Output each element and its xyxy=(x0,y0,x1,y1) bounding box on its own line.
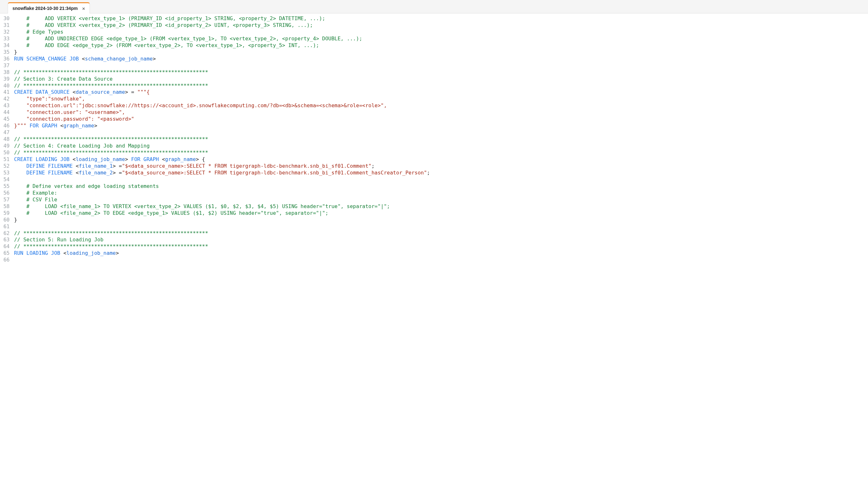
line-number: 61 xyxy=(0,224,10,230)
code-line[interactable]: RUN LOADING JOB <loading_job_name> xyxy=(14,250,868,257)
code-line[interactable]: CREATE DATA_SOURCE <data_source_name> = … xyxy=(14,89,868,96)
token-cmt: // *************************************… xyxy=(14,230,208,236)
line-number: 48 xyxy=(0,136,10,143)
token-plain xyxy=(14,183,26,189)
line-number: 51 xyxy=(0,156,10,163)
code-line[interactable] xyxy=(14,224,868,230)
line-number: 34 xyxy=(0,42,10,49)
token-plain xyxy=(14,22,26,28)
code-line[interactable]: // Section 4: Create Loading Job and Map… xyxy=(14,143,868,149)
code-line[interactable]: "connection.url":"jdbc:snowflake://https… xyxy=(14,102,868,109)
token-plain: < xyxy=(60,250,67,256)
code-line[interactable] xyxy=(14,257,868,263)
token-cmt: // Section 3: Create Data Source xyxy=(14,76,113,82)
tab-active[interactable]: snowflake 2024-10-30 21:34pm × xyxy=(8,2,90,13)
code-line[interactable]: # LOAD <file_name_1> TO VERTEX <vertex_t… xyxy=(14,203,868,210)
token-str: """{ xyxy=(137,89,150,95)
token-ident: file_name_2 xyxy=(79,170,113,176)
token-cmt: # ADD VERTEX <vertex_type_2> (PRIMARY_ID… xyxy=(26,22,313,28)
token-cmt: # LOAD <file_name_1> TO VERTEX <vertex_t… xyxy=(26,203,390,209)
token-plain: < xyxy=(73,163,79,169)
token-kw: RUN SCHEMA_CHANGE JOB xyxy=(14,56,79,62)
code-line[interactable]: # Define vertex and edge loading stateme… xyxy=(14,183,868,190)
token-plain xyxy=(14,96,26,102)
line-number: 47 xyxy=(0,129,10,136)
token-plain: > = xyxy=(113,170,122,176)
token-cmt: // Section 5: Run Loading Job xyxy=(14,237,103,243)
token-str: "connection.url":"jdbc:snowflake://https… xyxy=(26,102,387,109)
code-line[interactable]: }""" FOR GRAPH <graph_name> xyxy=(14,123,868,129)
line-number: 53 xyxy=(0,170,10,177)
tab-bar: snowflake 2024-10-30 21:34pm × xyxy=(0,0,868,13)
line-number: 44 xyxy=(0,109,10,116)
token-str: "connection.user": "<username>", xyxy=(26,109,125,115)
code-line[interactable]: } xyxy=(14,49,868,56)
code-line[interactable]: // *************************************… xyxy=(14,243,868,250)
token-cmt: // *************************************… xyxy=(14,69,208,75)
code-line[interactable]: DEFINE FILENAME <file_name_2> ="$<data_s… xyxy=(14,170,868,177)
line-number: 39 xyxy=(0,76,10,82)
token-str: "$<data_source_name>:SELECT * FROM tiger… xyxy=(122,170,427,176)
token-kw: FOR GRAPH xyxy=(30,123,57,129)
code-editor[interactable]: 3031323334353637383940414243444546474849… xyxy=(0,13,868,263)
token-plain: < xyxy=(57,123,63,129)
code-line[interactable]: # ADD VERTEX <vertex_type_2> (PRIMARY_ID… xyxy=(14,22,868,29)
code-content[interactable]: # ADD VERTEX <vertex_type_1> (PRIMARY_ID… xyxy=(14,15,868,263)
token-cmt: // *************************************… xyxy=(14,82,208,89)
token-plain: } xyxy=(14,217,17,223)
line-number: 56 xyxy=(0,190,10,196)
code-line[interactable] xyxy=(14,129,868,136)
token-plain xyxy=(14,210,26,216)
line-number: 54 xyxy=(0,177,10,183)
line-number: 31 xyxy=(0,22,10,29)
token-str: "connection.password": "<password>" xyxy=(26,116,134,122)
code-line[interactable]: // Section 5: Run Loading Job xyxy=(14,237,868,243)
token-str: "type":"snowflake", xyxy=(26,96,85,102)
code-line[interactable]: # ADD VERTEX <vertex_type_1> (PRIMARY_ID… xyxy=(14,15,868,22)
line-number: 45 xyxy=(0,116,10,123)
token-cmt: # CSV File xyxy=(26,196,57,203)
token-plain xyxy=(14,35,26,42)
code-line[interactable]: // Section 3: Create Data Source xyxy=(14,76,868,82)
code-line[interactable]: // *************************************… xyxy=(14,136,868,143)
code-line[interactable] xyxy=(14,62,868,69)
code-line[interactable]: # Edge Types xyxy=(14,29,868,35)
code-line[interactable]: CREATE LOADING JOB <loading_job_name> FO… xyxy=(14,156,868,163)
token-kw: DEFINE FILENAME xyxy=(26,170,73,176)
code-line[interactable]: // *************************************… xyxy=(14,230,868,237)
close-icon[interactable]: × xyxy=(82,6,85,11)
code-line[interactable]: # ADD EDGE <edge_type_2> (FROM <vertex_t… xyxy=(14,42,868,49)
code-line[interactable]: // *************************************… xyxy=(14,149,868,156)
line-number: 55 xyxy=(0,183,10,190)
code-line[interactable]: } xyxy=(14,217,868,224)
code-line[interactable]: "type":"snowflake", xyxy=(14,96,868,102)
code-line[interactable]: RUN SCHEMA_CHANGE JOB <schema_change_job… xyxy=(14,56,868,62)
token-cmt: # ADD VERTEX <vertex_type_1> (PRIMARY_ID… xyxy=(26,15,325,21)
code-line[interactable]: DEFINE FILENAME <file_name_1> ="$<data_s… xyxy=(14,163,868,170)
code-line[interactable]: # CSV File xyxy=(14,196,868,203)
token-ident: file_name_1 xyxy=(79,163,113,169)
token-plain: > xyxy=(94,123,97,129)
code-line[interactable]: # LOAD <file_name_2> TO EDGE <edge_type_… xyxy=(14,210,868,217)
line-number: 36 xyxy=(0,56,10,62)
code-line[interactable]: "connection.user": "<username>", xyxy=(14,109,868,116)
code-line[interactable]: // *************************************… xyxy=(14,69,868,76)
token-plain xyxy=(14,42,26,48)
token-plain xyxy=(14,29,26,35)
code-line[interactable] xyxy=(14,177,868,183)
token-plain xyxy=(14,163,26,169)
token-plain: > xyxy=(125,156,131,162)
token-plain xyxy=(14,15,26,21)
code-line[interactable]: "connection.password": "<password>" xyxy=(14,116,868,123)
code-line[interactable]: # Example: xyxy=(14,190,868,196)
token-ident: loading_job_name xyxy=(76,156,125,162)
line-number: 49 xyxy=(0,143,10,149)
code-line[interactable]: # ADD UNDIRECTED EDGE <edge_type_1> (FRO… xyxy=(14,35,868,42)
token-cmt: # Example: xyxy=(26,190,57,196)
line-number: 42 xyxy=(0,96,10,102)
line-number: 43 xyxy=(0,102,10,109)
line-number: 30 xyxy=(0,15,10,22)
code-line[interactable]: // *************************************… xyxy=(14,82,868,89)
token-plain: < xyxy=(73,170,79,176)
line-number: 64 xyxy=(0,243,10,250)
